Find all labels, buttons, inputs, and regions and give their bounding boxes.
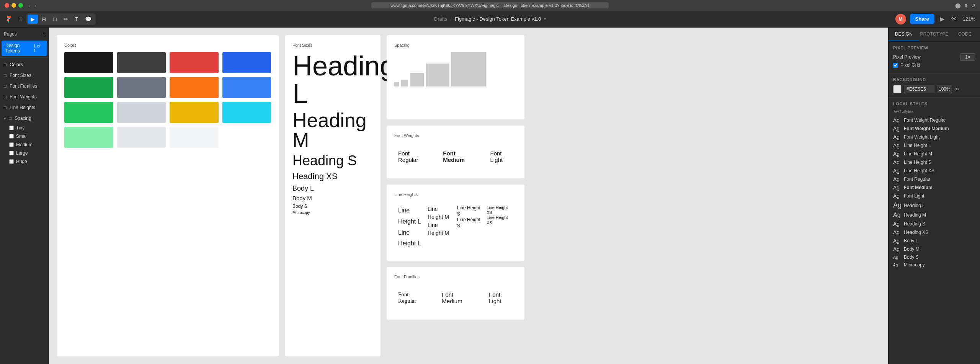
spacing-child-small[interactable]: Small — [0, 132, 49, 140]
pen-tool[interactable]: ✏ — [60, 15, 71, 24]
style-ag-12: Ag — [893, 212, 901, 219]
style-font-weight-light[interactable]: Ag Font Weight Light — [893, 133, 975, 141]
tiny-checkbox[interactable] — [9, 126, 14, 130]
swatch-blue[interactable] — [222, 52, 271, 73]
large-checkbox[interactable] — [9, 151, 14, 155]
swatch-cyan[interactable] — [222, 102, 271, 123]
right-column: Spacing Font Weights Font Regular Font M… — [387, 35, 524, 356]
present-button[interactable]: 👁 — [950, 14, 959, 24]
swatch-pale-green[interactable] — [64, 127, 113, 148]
minimize-button[interactable] — [11, 3, 16, 8]
text-tool[interactable]: T — [72, 15, 82, 24]
sidebar-item-font-families[interactable]: □ Font Families — [0, 81, 49, 91]
frame-tool[interactable]: ⊞ — [39, 15, 49, 24]
sidebar-label-font-families: Font Families — [10, 83, 37, 89]
background-title: BACKGROUND — [893, 77, 975, 82]
tools-group: ▶ ⊞ □ ✏ T 💬 — [26, 13, 96, 25]
style-font-light[interactable]: Ag Font Light — [893, 192, 975, 200]
tab-code[interactable]: CODE — [949, 28, 980, 41]
file-chevron-icon[interactable]: ▾ — [544, 17, 546, 21]
titlebar-icon-3: ↺ — [971, 3, 975, 8]
swatch-red[interactable] — [170, 52, 219, 73]
swatch-gray[interactable] — [117, 77, 166, 98]
style-name-12: Heading M — [904, 212, 926, 218]
swatch-light-gray[interactable] — [117, 102, 166, 123]
toolbar: ≡ ▶ ⊞ □ ✏ T 💬 Drafts / Figmagic - Design… — [0, 11, 980, 28]
style-ag-4: Ag — [893, 142, 901, 149]
sidebar-item-font-weights[interactable]: □ Font Weights — [0, 91, 49, 102]
swatch-light-blue[interactable] — [222, 77, 271, 98]
swatch-near-white[interactable] — [170, 127, 219, 148]
style-font-weight-medium[interactable]: Ag Font Weight Medium — [893, 124, 975, 133]
sidebar-item-colors[interactable]: □ Colors — [0, 59, 49, 70]
add-page-button[interactable]: + — [41, 31, 45, 38]
play-button[interactable]: ▶ — [938, 14, 946, 24]
style-line-height-l[interactable]: Ag Line Height L — [893, 141, 975, 150]
hamburger-menu[interactable]: ≡ — [17, 14, 23, 24]
titlebar-right: ⬤ ⬆ ↺ — [955, 3, 975, 8]
sidebar-item-line-heights[interactable]: □ Line Heights — [0, 102, 49, 113]
style-font-weight-regular[interactable]: Ag Font Weight Regular — [893, 116, 975, 124]
small-checkbox[interactable] — [9, 134, 14, 139]
shape-tool[interactable]: □ — [50, 15, 59, 24]
small-label: Small — [16, 134, 28, 139]
move-tool[interactable]: ▶ — [28, 15, 38, 24]
maximize-button[interactable] — [18, 3, 23, 8]
spacing-child-huge[interactable]: Huge — [0, 157, 49, 166]
pages-label: Pages — [4, 31, 17, 37]
background-hex-input[interactable] — [904, 85, 934, 93]
comment-tool[interactable]: 💬 — [82, 15, 95, 24]
style-heading-xs[interactable]: Ag Heading XS — [893, 228, 975, 237]
background-swatch[interactable] — [893, 85, 902, 93]
tab-prototype[interactable]: PROTOTYPE — [919, 28, 950, 41]
background-visibility-button[interactable]: 👁 — [954, 87, 959, 92]
lh-xs-1: Line Height XS — [487, 205, 513, 215]
style-body-m[interactable]: Ag Body M — [893, 245, 975, 253]
style-font-regular[interactable]: Ag Font Regular — [893, 175, 975, 183]
style-line-height-m[interactable]: Ag Line Height M — [893, 150, 975, 158]
style-ag-8: Ag — [893, 176, 901, 182]
swatch-green[interactable] — [64, 77, 113, 98]
share-button[interactable]: Share — [910, 14, 934, 24]
style-line-height-xs[interactable]: Ag Line Height XS — [893, 166, 975, 175]
line-heights-grid: Line Height L Line Height L Line Height … — [394, 201, 517, 253]
swatch-light-green[interactable] — [64, 102, 113, 123]
swatch-very-light-gray[interactable] — [117, 127, 166, 148]
style-ag-15: Ag — [893, 238, 901, 244]
pixel-grid-checkbox[interactable] — [893, 63, 898, 68]
style-heading-s[interactable]: Ag Heading S — [893, 220, 975, 228]
spacing-child-tiny[interactable]: Tiny — [0, 124, 49, 132]
font-weights-card: Font Weights Font Regular Font Medium Fo… — [387, 126, 524, 178]
style-heading-l[interactable]: Ag Heading L — [893, 200, 975, 211]
page-item-design-tokens[interactable]: Design Tokens 1 of 1 — [2, 41, 47, 56]
sidebar-item-font-sizes[interactable]: □ Font Sizes — [0, 70, 49, 81]
style-name-8: Font Regular — [904, 176, 930, 182]
titlebar: ‹ › www.figma.com/file/UkrKTnjK80JKYA/fn… — [0, 0, 980, 11]
spacing-child-medium[interactable]: Medium — [0, 140, 49, 149]
pixel-preview-label: Pixel Preview — [893, 54, 921, 60]
tiny-label: Tiny — [16, 125, 24, 131]
style-body-s[interactable]: Ag Body S — [893, 253, 975, 261]
swatch-yellow[interactable] — [170, 102, 219, 123]
back-button[interactable]: ‹ — [27, 3, 31, 8]
medium-checkbox[interactable] — [9, 142, 14, 147]
url-bar[interactable]: www.figma.com/file/UkrKTnjK80JKYA/fn9YWX… — [371, 2, 609, 8]
tab-design[interactable]: DESIGN — [889, 28, 919, 41]
huge-checkbox[interactable] — [9, 159, 14, 164]
pixel-preview-input[interactable] — [960, 53, 975, 61]
background-opacity-input[interactable] — [937, 85, 952, 93]
style-name-18: Microcopy — [904, 262, 925, 268]
style-body-l[interactable]: Ag Body L — [893, 237, 975, 245]
close-button[interactable] — [5, 3, 9, 8]
sidebar-item-spacing[interactable]: ▾ □ Spacing — [0, 113, 49, 124]
swatch-orange[interactable] — [170, 77, 219, 98]
style-name-6: Line Height S — [904, 160, 931, 165]
style-font-medium[interactable]: Ag Font Medium — [893, 183, 975, 192]
swatch-dark-gray[interactable] — [117, 52, 166, 73]
style-line-height-s[interactable]: Ag Line Height S — [893, 158, 975, 166]
style-microcopy[interactable]: Ag Microcopy — [893, 261, 975, 269]
style-heading-m[interactable]: Ag Heading M — [893, 211, 975, 220]
spacing-child-large[interactable]: Large — [0, 149, 49, 157]
forward-button[interactable]: › — [33, 3, 38, 8]
swatch-black[interactable] — [64, 52, 113, 73]
